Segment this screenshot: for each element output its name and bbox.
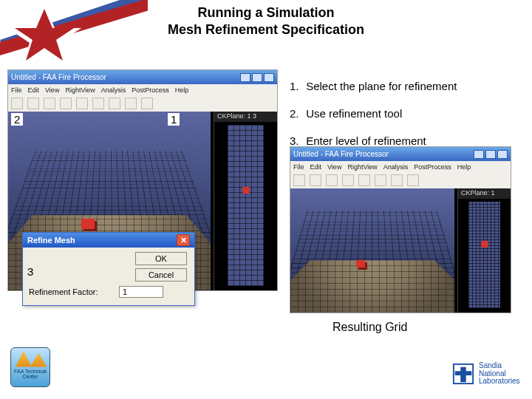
thunderbird-icon — [452, 363, 474, 385]
tool-button[interactable] — [92, 98, 104, 109]
plane-panel[interactable]: CKPlane: 1 — [457, 188, 511, 313]
dialog-body: 3 OK Cancel Refinement Factor: — [23, 248, 194, 305]
window-title: Untitled - FAA Fire Processor — [11, 73, 106, 81]
sandia-logo-text: Sandia National Laboratories — [479, 362, 520, 386]
fire-source-marker — [356, 260, 365, 267]
tool-button[interactable] — [60, 98, 72, 109]
resulting-grid-caption: Resulting Grid — [332, 321, 407, 334]
window-titlebar: Untitled - FAA Fire Processor — [8, 70, 277, 84]
window-controls — [240, 73, 274, 82]
plane-label: CKPlane: 1 3 — [214, 112, 277, 122]
menu-file[interactable]: File — [11, 86, 22, 94]
maximize-button[interactable] — [252, 73, 262, 82]
window-title: Untitled - FAA Fire Processor — [293, 150, 389, 158]
callout-3: 3 — [27, 265, 33, 278]
menu-rightview[interactable]: RightView — [347, 163, 377, 171]
faa-logo-text: FAA Technical Center — [14, 369, 47, 379]
menu-analysis[interactable]: Analysis — [383, 163, 409, 171]
tool-button[interactable] — [109, 98, 120, 109]
tool-button[interactable] — [375, 174, 386, 186]
cancel-button[interactable]: Cancel — [135, 268, 187, 282]
faa-logo: FAA Technical Center — [10, 347, 50, 387]
close-button[interactable] — [497, 150, 508, 159]
minimize-button[interactable] — [240, 73, 250, 82]
slide-title: Running a Simulation Mesh Refinement Spe… — [0, 4, 532, 38]
ok-button[interactable]: OK — [135, 252, 187, 265]
plane-strip-refined — [468, 202, 500, 308]
title-line-1: Running a Simulation — [0, 4, 532, 21]
view-3d[interactable] — [290, 188, 454, 313]
plane-strip — [228, 125, 264, 286]
tool-button[interactable] — [293, 174, 305, 186]
viewport-area: CKPlane: 1 — [290, 188, 511, 313]
dialog-titlebar: Refine Mesh ✕ — [23, 233, 194, 248]
dialog-close-button[interactable]: ✕ — [177, 234, 190, 246]
refinement-factor-label: Refinement Factor: — [29, 287, 98, 296]
tool-button[interactable] — [141, 98, 153, 109]
menu-analysis[interactable]: Analysis — [101, 86, 126, 94]
tool-button[interactable] — [44, 98, 55, 109]
tool-button[interactable] — [27, 98, 39, 109]
callout-2: 2 — [11, 113, 23, 126]
tool-button[interactable] — [76, 98, 88, 109]
sandia-logo: Sandia National Laboratories — [452, 359, 523, 389]
fire-source-marker — [81, 219, 95, 229]
window-controls — [474, 150, 508, 159]
refinement-factor-input[interactable] — [119, 286, 163, 298]
refine-mesh-dialog: Refine Mesh ✕ 3 OK Cancel Refinement Fac… — [22, 232, 195, 306]
tool-button[interactable] — [125, 98, 137, 109]
tool-button[interactable] — [11, 98, 23, 109]
toolbar — [8, 95, 277, 112]
tool-button[interactable] — [391, 174, 403, 186]
instruction-3: 3. Enter level of refinement — [290, 134, 526, 147]
menu-file[interactable]: File — [293, 163, 304, 171]
callout-1: 1 — [168, 113, 180, 126]
instruction-2: 2. Use refinement tool — [290, 107, 526, 120]
result-app-window: Untitled - FAA Fire Processor File Edit … — [290, 146, 511, 313]
menu-edit[interactable]: Edit — [28, 86, 40, 94]
hull-geometry — [290, 260, 454, 313]
plane-fire-marker — [481, 241, 488, 248]
tool-button[interactable] — [310, 174, 321, 186]
menu-view[interactable]: View — [45, 86, 59, 94]
title-line-2: Mesh Refinement Specification — [0, 21, 532, 38]
menu-help[interactable]: Help — [457, 163, 471, 171]
plane-label: CKPlane: 1 — [458, 188, 511, 199]
plane-fire-marker — [242, 187, 249, 194]
minimize-button[interactable] — [474, 150, 484, 159]
window-titlebar: Untitled - FAA Fire Processor — [290, 147, 511, 161]
tool-button[interactable] — [407, 174, 419, 186]
toolbar — [290, 172, 511, 188]
menu-postprocess[interactable]: PostProcess — [414, 163, 451, 171]
dialog-title: Refine Mesh — [27, 236, 75, 245]
tool-button[interactable] — [326, 174, 338, 186]
menu-help[interactable]: Help — [175, 86, 189, 94]
menubar: File Edit View RightView Analysis PostPr… — [290, 161, 511, 172]
menu-edit[interactable]: Edit — [310, 163, 322, 171]
tool-button[interactable] — [358, 174, 370, 186]
menubar: File Edit View RightView Analysis PostPr… — [8, 84, 277, 95]
menu-rightview[interactable]: RightView — [65, 86, 95, 94]
menu-view[interactable]: View — [327, 163, 341, 171]
instruction-1: 1. Select the plane for refinement — [290, 80, 526, 92]
tool-button[interactable] — [342, 174, 354, 186]
plane-panel[interactable]: CKPlane: 1 3 — [214, 112, 277, 290]
close-button[interactable] — [264, 73, 274, 82]
maximize-button[interactable] — [485, 150, 496, 159]
menu-postprocess[interactable]: PostProcess — [132, 86, 169, 94]
